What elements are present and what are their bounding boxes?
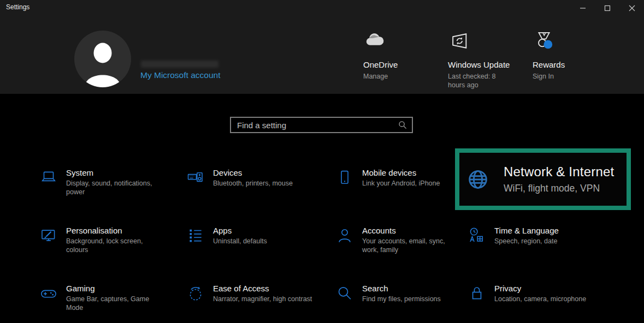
tile-subtitle: WiFi, flight mode, VPN <box>504 183 614 194</box>
tile-personalisation[interactable]: Personalisation Background, lock screen,… <box>39 226 166 254</box>
personalisation-icon <box>39 226 58 245</box>
tile-title: Network & Internet <box>504 164 614 180</box>
tile-devices[interactable]: Devices Bluetooth, printers, mouse <box>186 168 293 188</box>
tile-system[interactable]: System Display, sound, notifications, po… <box>39 168 166 196</box>
quick-item-subtitle: Sign In <box>533 72 598 81</box>
tile-title: Time & Language <box>494 226 559 235</box>
microsoft-account-link[interactable]: My Microsoft account <box>140 70 220 80</box>
tile-title: Personalisation <box>66 226 166 235</box>
globe-icon <box>465 167 491 192</box>
tile-title: Apps <box>213 226 267 235</box>
tile-subtitle: Location, camera, microphone <box>494 295 586 304</box>
avatar <box>74 31 131 87</box>
tile-subtitle: Background, lock screen, colours <box>66 237 166 254</box>
quick-item-title: OneDrive <box>363 60 434 69</box>
tile-subtitle: Speech, region, date <box>494 237 559 246</box>
tile-title: Privacy <box>494 284 586 293</box>
tile-ease-of-access[interactable]: Ease of Access Narrator, magnifier, high… <box>186 284 312 304</box>
tile-subtitle: Display, sound, notifications, power <box>66 180 166 196</box>
quick-item-title: Windows Update <box>448 60 522 69</box>
quick-item-rewards[interactable]: Rewards Sign In <box>533 28 598 81</box>
tile-subtitle: Your accounts, email, sync, work, family <box>362 237 462 254</box>
devices-icon <box>186 169 205 187</box>
close-button[interactable] <box>619 0 644 16</box>
quick-item-subtitle: Manage <box>363 72 434 81</box>
window-title: Settings <box>6 3 29 11</box>
tile-title: Accounts <box>362 226 462 235</box>
close-icon <box>629 5 635 11</box>
tile-mobile-devices[interactable]: Mobile devices Link your Android, iPhone <box>335 168 440 188</box>
tile-search[interactable]: Search Find my files, permissions <box>335 284 441 304</box>
onedrive-cloud-icon <box>363 28 434 53</box>
magnifier-icon <box>335 284 354 303</box>
laptop-icon <box>39 169 58 187</box>
rewards-medal-icon <box>533 28 598 53</box>
tile-accounts[interactable]: Accounts Your accounts, email, sync, wor… <box>335 226 462 254</box>
minimize-icon <box>580 5 586 11</box>
tile-subtitle: Narrator, magnifier, high contrast <box>213 295 312 304</box>
tile-apps[interactable]: Apps Uninstall, defaults <box>186 226 267 246</box>
tile-title: Mobile devices <box>362 168 440 177</box>
quick-item-subtitle: Last checked: 8 hours ago <box>448 72 500 90</box>
header: Settings <box>0 0 644 94</box>
tile-subtitle: Link your Android, iPhone <box>362 180 440 188</box>
person-icon <box>335 226 354 245</box>
windows-update-icon <box>448 28 522 53</box>
tile-subtitle: Bluetooth, printers, mouse <box>213 180 293 188</box>
maximize-button[interactable] <box>595 0 619 16</box>
ease-of-access-icon <box>186 284 205 303</box>
tile-gaming[interactable]: Gaming Game Bar, captures, Game Mode <box>39 284 166 312</box>
maximize-icon <box>604 5 611 11</box>
tile-title: Devices <box>213 168 293 177</box>
tile-title: System <box>66 168 166 177</box>
search-input[interactable] <box>231 121 395 130</box>
lock-icon <box>468 284 486 303</box>
quick-item-title: Rewards <box>533 60 598 69</box>
tile-title: Search <box>362 284 441 293</box>
minimize-button[interactable] <box>570 0 595 16</box>
tile-title: Ease of Access <box>213 284 312 293</box>
tile-privacy[interactable]: Privacy Location, camera, microphone <box>468 284 586 304</box>
tile-subtitle: Uninstall, defaults <box>213 237 267 246</box>
apps-list-icon <box>186 226 205 245</box>
tile-network-internet-highlighted[interactable]: Network & Internet WiFi, flight mode, VP… <box>455 148 631 210</box>
search-box <box>230 117 413 133</box>
quick-item-onedrive[interactable]: OneDrive Manage <box>363 28 434 81</box>
search-icon[interactable] <box>395 121 410 129</box>
tile-title: Gaming <box>66 284 166 293</box>
settings-window: Settings <box>0 0 644 323</box>
tile-subtitle: Game Bar, captures, Game Mode <box>66 295 166 312</box>
tile-time-language[interactable]: Time & Language Speech, region, date <box>468 226 559 246</box>
phone-icon <box>335 169 354 187</box>
clock-language-icon <box>468 226 486 245</box>
quick-item-windows-update[interactable]: Windows Update Last checked: 8 hours ago <box>448 28 522 90</box>
account-name-redacted <box>141 61 218 68</box>
gamepad-icon <box>39 284 58 303</box>
tile-subtitle: Find my files, permissions <box>362 295 441 304</box>
window-controls <box>570 0 644 16</box>
